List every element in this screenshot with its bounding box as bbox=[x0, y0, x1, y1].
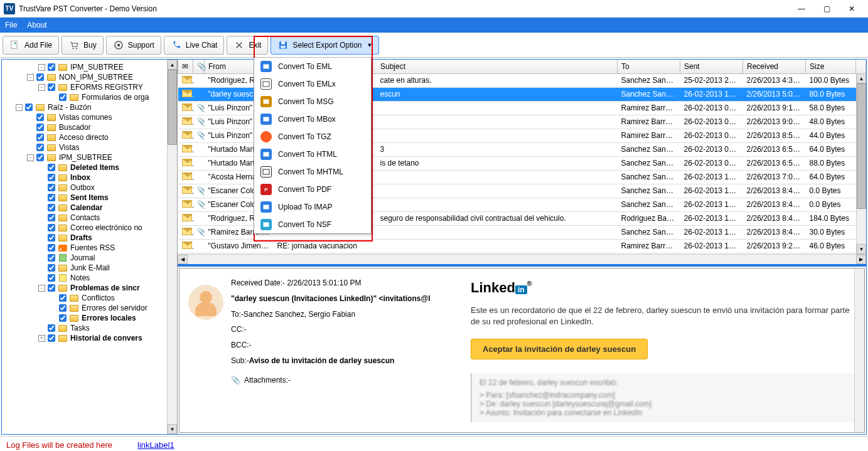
tree-checkbox[interactable] bbox=[36, 124, 44, 131]
tree-node[interactable]: Journal bbox=[3, 253, 176, 263]
tree-checkbox[interactable] bbox=[48, 174, 55, 181]
accept-invitation-button[interactable]: Aceptar la invitación de darley suescun bbox=[471, 339, 648, 359]
tree-node[interactable]: Errores locales bbox=[3, 313, 176, 323]
tree-node[interactable]: -IPM_SUBTREE bbox=[3, 152, 176, 162]
tree-checkbox[interactable] bbox=[48, 83, 55, 91]
tree-checkbox[interactable] bbox=[59, 304, 67, 312]
scroll-down-icon[interactable]: ▼ bbox=[168, 424, 177, 434]
tree-checkbox[interactable] bbox=[36, 134, 44, 141]
tree-checkbox[interactable] bbox=[59, 93, 67, 101]
tree-checkbox[interactable] bbox=[59, 294, 67, 302]
export-menu-item[interactable]: Convert To MSG bbox=[254, 93, 371, 110]
live-chat-button[interactable]: Live Chat bbox=[164, 36, 225, 55]
tree-node[interactable]: Conflictos bbox=[3, 293, 176, 303]
tree-checkbox[interactable] bbox=[48, 254, 55, 262]
tree-node[interactable]: Inbox bbox=[3, 172, 176, 183]
col-to[interactable]: To bbox=[618, 60, 680, 73]
tree-checkbox[interactable] bbox=[48, 284, 55, 292]
tree-node[interactable]: +Historial de convers bbox=[3, 333, 176, 343]
tree-checkbox[interactable] bbox=[48, 164, 55, 171]
tree-node[interactable]: Deleted Items bbox=[3, 162, 176, 172]
collapse-icon[interactable]: - bbox=[27, 74, 34, 81]
tree-checkbox[interactable] bbox=[48, 244, 55, 252]
tree-node[interactable]: Outbox bbox=[3, 183, 176, 193]
tree-node[interactable]: Notes bbox=[3, 273, 176, 283]
tree-checkbox[interactable] bbox=[36, 154, 44, 161]
link-label[interactable]: linkLabel1 bbox=[137, 440, 174, 450]
collapse-icon[interactable]: - bbox=[38, 285, 45, 292]
table-row[interactable]: "Gustavo Jimene…RE: jornada vacunacionRa… bbox=[178, 239, 866, 253]
tree-node[interactable]: -IPM_SUBTREE bbox=[3, 62, 176, 72]
tree-node[interactable]: Formularios de orga bbox=[3, 92, 176, 102]
collapse-icon[interactable]: - bbox=[16, 104, 23, 111]
export-menu-item[interactable]: Convert To EMLx bbox=[254, 75, 371, 93]
collapse-icon[interactable]: - bbox=[38, 84, 45, 91]
tree-node[interactable]: Tasks bbox=[3, 323, 176, 333]
tree-checkbox[interactable] bbox=[48, 234, 55, 241]
tree-checkbox[interactable] bbox=[36, 73, 44, 81]
export-menu-item[interactable]: Convert To EML bbox=[254, 58, 371, 75]
tree-checkbox[interactable] bbox=[48, 324, 55, 332]
tree-node[interactable]: Contacts bbox=[3, 213, 176, 223]
export-menu-item[interactable]: Upload To IMAP bbox=[254, 198, 371, 216]
tree-checkbox[interactable] bbox=[48, 224, 55, 231]
tree-node[interactable]: -Raíz - Buzón bbox=[3, 102, 176, 112]
tree-checkbox[interactable] bbox=[48, 334, 55, 342]
exit-button[interactable]: Exit bbox=[227, 36, 268, 55]
preview-scrollbar[interactable] bbox=[854, 268, 864, 432]
select-export-button[interactable]: Select Export Option ▼ bbox=[271, 36, 379, 55]
scroll-left-icon[interactable]: ◀ bbox=[178, 255, 188, 264]
tree-node[interactable]: -Problemas de sincr bbox=[3, 283, 176, 293]
scroll-down-icon[interactable]: ▼ bbox=[857, 244, 866, 254]
tree-node[interactable]: Acceso directo bbox=[3, 132, 176, 142]
scroll-up-icon[interactable]: ▲ bbox=[857, 73, 866, 83]
tree-node[interactable]: Calendar bbox=[3, 203, 176, 213]
tree-node[interactable]: Vistas bbox=[3, 142, 176, 152]
tree-node[interactable]: Sent Items bbox=[3, 193, 176, 203]
export-menu-item[interactable]: Convert To HTML bbox=[254, 146, 371, 163]
export-menu-item[interactable]: Convert To MHTML bbox=[254, 163, 371, 181]
collapse-icon[interactable]: - bbox=[27, 154, 34, 161]
tree-checkbox[interactable] bbox=[48, 214, 55, 221]
tree-node[interactable]: Drafts bbox=[3, 233, 176, 243]
list-horizontal-scrollbar[interactable]: ◀ ▶ bbox=[178, 254, 866, 264]
tree-checkbox[interactable] bbox=[48, 184, 55, 191]
tree-node[interactable]: Errores del servidor bbox=[3, 303, 176, 313]
maximize-button[interactable]: ▢ bbox=[814, 1, 839, 16]
add-file-button[interactable]: Add File bbox=[3, 36, 59, 55]
tree-node[interactable]: Vistas comunes bbox=[3, 112, 176, 122]
support-button[interactable]: Support bbox=[106, 36, 161, 55]
tree-checkbox[interactable] bbox=[59, 314, 67, 322]
tree-scrollbar[interactable]: ▲ ▼ bbox=[167, 60, 177, 434]
scroll-up-icon[interactable]: ▲ bbox=[168, 60, 177, 70]
scroll-thumb[interactable] bbox=[857, 83, 866, 209]
tree-node[interactable]: Fuentes RSS bbox=[3, 243, 176, 253]
menu-about[interactable]: About bbox=[27, 21, 46, 29]
buy-button[interactable]: Buy bbox=[62, 36, 104, 55]
tree-checkbox[interactable] bbox=[48, 204, 55, 211]
tree-node[interactable]: -NON_IPM_SUBTREE bbox=[3, 72, 176, 82]
close-button[interactable]: ✕ bbox=[839, 1, 864, 16]
list-vertical-scrollbar[interactable]: ▲ ▼ bbox=[856, 73, 866, 254]
tree-checkbox[interactable] bbox=[36, 144, 44, 151]
tree-node[interactable]: Correo electrónico no bbox=[3, 223, 176, 233]
col-received[interactable]: Received bbox=[743, 60, 806, 73]
export-menu-item[interactable]: Convert To NSF bbox=[254, 216, 371, 233]
collapse-icon[interactable]: - bbox=[38, 64, 45, 71]
folder-tree[interactable]: -IPM_SUBTREE-NON_IPM_SUBTREE-EFORMS REGI… bbox=[2, 60, 177, 346]
menu-file[interactable]: File bbox=[5, 21, 17, 29]
col-size[interactable]: Size bbox=[806, 60, 856, 73]
tree-node[interactable]: Buscador bbox=[3, 122, 176, 132]
tree-node[interactable]: Junk E-Mail bbox=[3, 263, 176, 273]
expand-icon[interactable]: + bbox=[38, 335, 45, 342]
minimize-button[interactable]: — bbox=[789, 1, 814, 16]
export-menu-item[interactable]: PConvert To PDF bbox=[254, 181, 371, 198]
export-menu-item[interactable]: Convert To MBox bbox=[254, 110, 371, 128]
col-sent[interactable]: Sent bbox=[680, 60, 743, 73]
tree-checkbox[interactable] bbox=[48, 63, 55, 71]
tree-checkbox[interactable] bbox=[48, 274, 55, 282]
tree-checkbox[interactable] bbox=[48, 194, 55, 201]
tree-checkbox[interactable] bbox=[25, 103, 33, 111]
export-menu-item[interactable]: Convert To TGZ bbox=[254, 128, 371, 146]
scroll-right-icon[interactable]: ▶ bbox=[856, 255, 866, 264]
